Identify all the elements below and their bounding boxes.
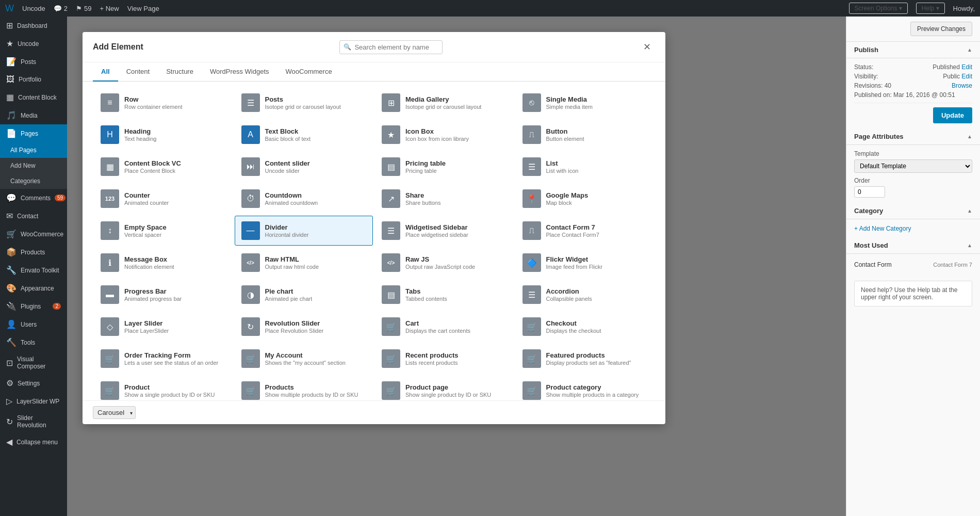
- sidebar-item-comments[interactable]: 💬 Comments 59: [0, 189, 67, 207]
- element-content-slider-item[interactable]: ⏭ Content slider Uncode slider: [235, 152, 373, 182]
- element-text-block-item[interactable]: A Text Block Basic block of text: [235, 120, 373, 150]
- tab-content[interactable]: Content: [118, 62, 158, 82]
- carousel-select-wrapper[interactable]: Carousel Grid Masonry: [93, 406, 136, 419]
- screen-options-button[interactable]: Screen Options ▾: [849, 3, 908, 14]
- element-icon-box-item[interactable]: ★ Icon Box Icon box from icon library: [375, 120, 514, 150]
- element-checkout-item[interactable]: 🛒 Checkout Displays the checkout: [516, 312, 655, 342]
- sidebar-item-layerslider-wp[interactable]: ▷ LayerSlider WP: [0, 392, 67, 410]
- sidebar-item-collapse-menu[interactable]: ◀ Collapse menu: [0, 433, 67, 451]
- element-countdown-item[interactable]: ⏱ Countdown Animated countdown: [235, 184, 373, 214]
- element-product-item[interactable]: 🛒 Product Show a single product by ID or…: [94, 376, 233, 400]
- element-raw-js-item[interactable]: </> Raw JS Output raw JavaScript code: [375, 248, 514, 278]
- sidebar-item-content-block[interactable]: ▦ Content Block: [0, 88, 67, 106]
- element-content-block-vc-item[interactable]: ▦ Content Block VC Place Content Block: [94, 152, 233, 182]
- product-icon: 🛒: [101, 381, 119, 400]
- element-pricing-table-item[interactable]: ▤ Pricing table Pricing table: [375, 152, 514, 182]
- element-empty-space-item[interactable]: ↕ Empty Space Vertical spacer: [94, 216, 233, 246]
- update-button[interactable]: Update: [933, 107, 972, 123]
- element-order-tracking-form-item[interactable]: 🛒 Order Tracking Form Lets a user see th…: [94, 344, 233, 374]
- sidebar-item-settings[interactable]: ⚙ Settings: [0, 374, 67, 392]
- sidebar-item-posts[interactable]: 📝 Posts: [0, 53, 67, 71]
- sidebar-item-slider-revolution[interactable]: ↻ Slider Revolution: [0, 410, 67, 433]
- sidebar-item-visual-composer[interactable]: ⊡ Visual Composer: [0, 351, 67, 374]
- sidebar-item-all-pages[interactable]: All Pages: [0, 142, 67, 158]
- sidebar-item-users[interactable]: 👤 Users: [0, 315, 67, 333]
- element-tabs-item[interactable]: ▤ Tabs Tabbed contents: [375, 280, 514, 310]
- element-posts-item[interactable]: ☰ Posts Isotope grid or carousel layout: [235, 88, 373, 118]
- sidebar-item-media[interactable]: 🎵 Media: [0, 106, 67, 124]
- visibility-row: Visibility: Public Edit: [854, 73, 972, 80]
- element-featured-products-item[interactable]: 🛒 Featured products Display products set…: [516, 344, 655, 374]
- flickr-widget-icon: 🔷: [522, 253, 541, 272]
- element-name: Divider: [265, 223, 367, 231]
- element-name: Content Block VC: [124, 159, 226, 167]
- most-used-header[interactable]: Most Used ▲: [846, 237, 980, 254]
- carousel-dropdown[interactable]: Carousel Grid Masonry: [93, 406, 136, 419]
- wp-logo[interactable]: W: [5, 3, 14, 14]
- site-name[interactable]: Uncode: [22, 5, 45, 12]
- sidebar-item-categories[interactable]: Categories: [0, 173, 67, 189]
- element-recent-products-item[interactable]: 🛒 Recent products Lists recent products: [375, 344, 514, 374]
- template-select[interactable]: Default Template: [854, 159, 972, 173]
- preview-changes-button[interactable]: Preview Changes: [910, 22, 972, 36]
- sidebar-item-pages[interactable]: 📄 Pages: [0, 124, 67, 142]
- element-heading-item[interactable]: H Heading Text heading: [94, 120, 233, 150]
- sidebar-item-products[interactable]: 📦 Products: [0, 243, 67, 261]
- sidebar-item-portfolio[interactable]: 🖼 Portfolio: [0, 71, 67, 88]
- element-share-item[interactable]: ↗ Share Share buttons: [375, 184, 514, 214]
- element-message-box-item[interactable]: ℹ Message Box Notification element: [94, 248, 233, 278]
- element-button-item[interactable]: ⎍ Button Button element: [516, 120, 655, 150]
- element-layer-slider-item[interactable]: ◇ Layer Slider Place LayerSlider: [94, 312, 233, 342]
- tab-structure[interactable]: Structure: [158, 62, 202, 82]
- category-link[interactable]: + Add New Category: [854, 225, 911, 232]
- modal-search-area: [339, 40, 443, 54]
- element-media-gallery-item[interactable]: ⊞ Media Gallery Isotope grid or carousel…: [375, 88, 514, 118]
- element-product-page-item[interactable]: 🛒 Product page Show single product by ID…: [375, 376, 514, 400]
- sidebar-item-tools[interactable]: 🔨 Tools: [0, 333, 67, 351]
- status-edit-link[interactable]: Edit: [961, 63, 972, 71]
- element-counter-item[interactable]: 123 Counter Animated counter: [94, 184, 233, 214]
- element-list-item[interactable]: ☰ List List with icon: [516, 152, 655, 182]
- view-page-link[interactable]: View Page: [127, 5, 159, 12]
- element-cart-item[interactable]: 🛒 Cart Displays the cart contents: [375, 312, 514, 342]
- element-row-item[interactable]: ≡ Row Row container element: [94, 88, 233, 118]
- element-contact-form7-item[interactable]: ⎍ Contact Form 7 Place Contact Form7: [516, 216, 655, 246]
- element-widgetised-sidebar-item[interactable]: ☰ Widgetised Sidebar Place widgetised si…: [375, 216, 514, 246]
- modal-overlay[interactable]: Add Element ✕ All Content Structure Word…: [67, 17, 980, 516]
- close-button[interactable]: ✕: [639, 39, 655, 55]
- sidebar-item-appearance[interactable]: 🎨 Appearance: [0, 279, 67, 297]
- element-product-category-item[interactable]: 🛒 Product category Show multiple product…: [516, 376, 655, 400]
- category-section-header[interactable]: Category ▲: [846, 203, 980, 219]
- tab-all[interactable]: All: [93, 62, 118, 82]
- sidebar-item-woocommerce[interactable]: 🛒 WooCommerce: [0, 225, 67, 243]
- sidebar-item-envato-toolkit[interactable]: 🔧 Envato Toolkit: [0, 261, 67, 279]
- element-divider-item[interactable]: — Divider Horizontal divider: [235, 216, 373, 246]
- order-input[interactable]: [854, 186, 885, 198]
- tab-wordpress-widgets[interactable]: WordPress Widgets: [202, 62, 277, 82]
- element-revolution-slider-item[interactable]: ↻ Revolution Slider Place Revolution Sli…: [235, 312, 373, 342]
- sidebar-item-add-new[interactable]: Add New: [0, 158, 67, 173]
- revisions-browse-link[interactable]: Browse: [952, 82, 972, 89]
- issues-link[interactable]: ⚑ 59: [76, 5, 91, 12]
- publish-section-header[interactable]: Publish ▲: [846, 42, 980, 58]
- element-accordion-item[interactable]: ☰ Accordion Collapsible panels: [516, 280, 655, 310]
- sidebar-item-plugins[interactable]: 🔌 Plugins 2: [0, 297, 67, 315]
- element-my-account-item[interactable]: 🛒 My Account Shows the "my account" sect…: [235, 344, 373, 374]
- page-attributes-header[interactable]: Page Attributes ▲: [846, 128, 980, 145]
- element-pie-chart-item[interactable]: ◑ Pie chart Animated pie chart: [235, 280, 373, 310]
- element-products-item[interactable]: 🛒 Products Show multiple products by ID …: [235, 376, 373, 400]
- new-content-button[interactable]: + New: [100, 5, 119, 12]
- visibility-edit-link[interactable]: Edit: [961, 73, 972, 80]
- element-single-media-item[interactable]: ⎋ Single Media Simple media item: [516, 88, 655, 118]
- element-progress-bar-item[interactable]: ▬ Progress Bar Animated progress bar: [94, 280, 233, 310]
- comments-link[interactable]: 💬 2: [54, 5, 68, 12]
- search-input[interactable]: [339, 40, 443, 54]
- help-button[interactable]: Help ▾: [916, 3, 945, 14]
- sidebar-item-contact[interactable]: ✉ Contact: [0, 207, 67, 225]
- sidebar-item-dashboard[interactable]: ⊞ Dashboard: [0, 17, 67, 35]
- sidebar-item-uncode[interactable]: ★ Uncode: [0, 35, 67, 53]
- tab-woocommerce[interactable]: WooCommerce: [277, 62, 340, 82]
- element-google-maps-item[interactable]: 📍 Google Maps Map block: [516, 184, 655, 214]
- element-raw-html-item[interactable]: </> Raw HTML Output raw html code: [235, 248, 373, 278]
- element-flickr-widget-item[interactable]: 🔷 Flickr Widget Image feed from Flickr: [516, 248, 655, 278]
